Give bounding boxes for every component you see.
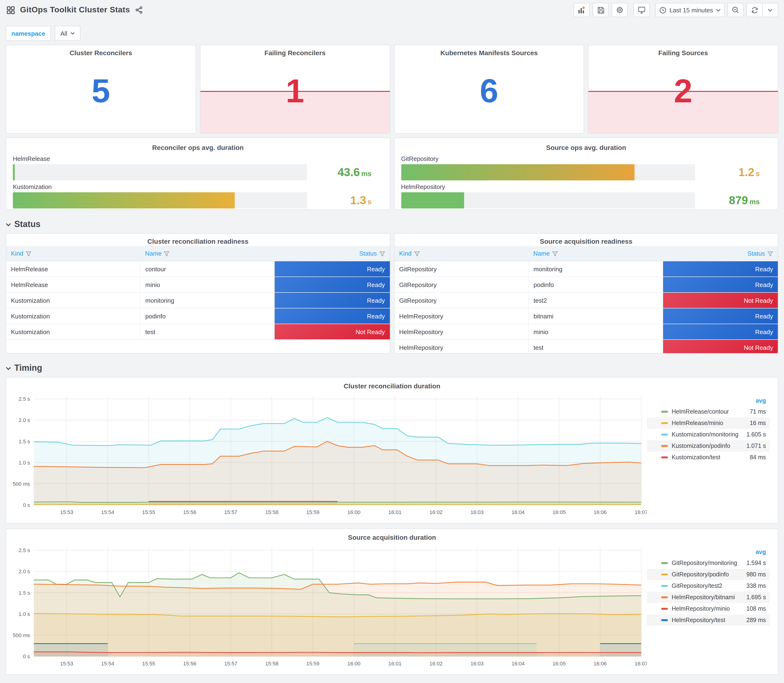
cell-kind: HelmRelease — [6, 277, 140, 292]
status-section-toggle[interactable]: Status — [0, 214, 784, 233]
cell-kind: GitRepository — [394, 277, 529, 292]
filter-icon[interactable] — [379, 251, 385, 257]
legend-series-marker — [661, 562, 668, 564]
namespace-variable-label[interactable]: namespace — [6, 26, 51, 41]
legend-series-marker — [661, 457, 668, 459]
cell-status: Ready — [274, 308, 390, 324]
svg-text:2.0 s: 2.0 s — [19, 569, 30, 574]
column-header-name[interactable]: Name — [529, 246, 663, 261]
status-section-title: Status — [14, 220, 40, 229]
gauge-row-label: GitRepository — [401, 155, 771, 162]
legend-item[interactable]: HelmRepository/bitnami1.695 s — [647, 592, 770, 603]
svg-text:15:53: 15:53 — [60, 509, 73, 515]
svg-text:15:58: 15:58 — [265, 661, 279, 667]
svg-text:15:59: 15:59 — [306, 509, 319, 515]
time-series-plot[interactable]: 15:5315:5415:5515:5615:5715:5815:5916:00… — [9, 542, 647, 670]
readiness-table: KindNameStatusGitRepositorymonitoringRea… — [394, 246, 778, 354]
refresh-interval-dropdown[interactable] — [762, 3, 778, 17]
legend-item[interactable]: HelmRepository/minio108 ms — [647, 603, 770, 614]
cell-name: test — [529, 340, 663, 354]
legend-series-avg: 1.594 s — [746, 560, 766, 566]
filter-icon[interactable] — [26, 251, 31, 257]
table-panel: Cluster reconciliation readinessKindName… — [6, 233, 390, 354]
dashboard-settings-button[interactable] — [612, 3, 628, 17]
svg-text:16:04: 16:04 — [511, 509, 524, 515]
save-dashboard-button[interactable] — [593, 3, 609, 17]
legend-avg-header[interactable]: avg — [647, 398, 770, 406]
filter-icon[interactable] — [767, 251, 773, 257]
timing-section-toggle[interactable]: Timing — [0, 358, 784, 377]
gauge-panel-title[interactable]: Reconciler ops avg. duration — [13, 140, 383, 152]
legend-item[interactable]: Kustomization/monitoring1.605 s — [647, 429, 770, 440]
time-series-plot[interactable]: 15:5315:5415:5515:5615:5715:5815:5916:00… — [9, 391, 647, 518]
table-row: Cluster reconciliation readinessKindName… — [0, 233, 784, 354]
gauge-value: 879ms — [695, 194, 771, 207]
readiness-table: KindNameStatusHelmReleasecontourReadyHel… — [6, 246, 390, 340]
table-row: HelmReleasecontourReady — [6, 261, 390, 277]
stat-panel-title[interactable]: Failing Reconcilers — [200, 45, 390, 58]
legend-series-marker — [661, 434, 668, 436]
status-badge: Ready — [663, 261, 778, 277]
table-row: GitRepositorypodinfoReady — [394, 277, 778, 292]
time-range-label: Last 15 minutes — [669, 6, 713, 14]
charts-container: Cluster reconciliation duration15:5315:5… — [0, 377, 784, 675]
legend-series-marker — [661, 596, 668, 598]
legend-item[interactable]: HelmRelease/minio16 ms — [647, 417, 770, 429]
legend-series-name: Kustomization/test — [672, 454, 750, 461]
legend-item[interactable]: GitRepository/test2338 ms — [647, 580, 770, 592]
legend-item[interactable]: Kustomization/podinfo1.071 s — [647, 440, 770, 452]
column-header-status[interactable]: Status — [663, 246, 778, 261]
add-panel-button[interactable] — [574, 3, 590, 17]
filter-icon[interactable] — [552, 251, 558, 257]
stat-value: 6 — [394, 74, 584, 107]
chart-panel-title[interactable]: Source acquisition duration — [9, 530, 775, 542]
svg-text:16:05: 16:05 — [553, 661, 566, 667]
cell-kind: GitRepository — [394, 292, 529, 308]
column-header-kind[interactable]: Kind — [394, 246, 529, 261]
column-header-kind[interactable]: Kind — [6, 246, 140, 261]
column-header-status[interactable]: Status — [274, 246, 390, 261]
legend-item[interactable]: HelmRelease/contour71 ms — [647, 406, 770, 417]
legend-item[interactable]: GitRepository/monitoring1.594 s — [647, 557, 770, 569]
namespace-variable-value[interactable]: All — [55, 26, 81, 41]
svg-text:16:03: 16:03 — [471, 661, 484, 667]
legend-item[interactable]: GitRepository/podinfo980 ms — [647, 569, 770, 580]
time-range-picker[interactable]: Last 15 minutes — [656, 3, 725, 17]
gauge-value: 1.3s — [307, 194, 383, 207]
stat-panel-title[interactable]: Failing Sources — [588, 45, 778, 58]
column-header-name[interactable]: Name — [140, 246, 275, 261]
stat-panel-title[interactable]: Cluster Reconcilers — [6, 45, 196, 58]
share-icon[interactable] — [134, 5, 144, 15]
gauge-panel-title[interactable]: Source ops avg. duration — [401, 140, 771, 152]
page-title: GitOps Toolkit Cluster Stats — [20, 5, 130, 15]
tv-mode-button[interactable] — [633, 3, 650, 17]
cell-name: minio — [140, 277, 275, 292]
cell-name: minio — [529, 324, 663, 340]
legend-series-marker — [661, 585, 668, 587]
filter-icon[interactable] — [164, 251, 170, 257]
table-panel-title[interactable]: Source acquisition readiness — [394, 234, 778, 246]
cell-status: Ready — [274, 261, 390, 277]
stat-panel-title[interactable]: Kubernetes Manifests Sources — [394, 45, 584, 58]
refresh-button[interactable] — [746, 3, 763, 17]
cell-kind: HelmRelease — [6, 261, 140, 277]
legend-item[interactable]: Kustomization/test84 ms — [647, 452, 770, 463]
filter-icon[interactable] — [414, 251, 420, 257]
svg-text:16:01: 16:01 — [388, 661, 401, 667]
chevron-down-icon — [6, 223, 11, 226]
svg-text:15:59: 15:59 — [306, 661, 319, 667]
chevron-down-icon — [768, 8, 773, 12]
table-panel-title[interactable]: Cluster reconciliation readiness — [6, 234, 390, 246]
legend-series-name: GitRepository/podinfo — [672, 571, 746, 578]
dashboards-grid-icon[interactable] — [6, 5, 16, 15]
refresh-button-group — [746, 3, 778, 17]
cell-status: Ready — [663, 324, 778, 340]
chart-panel-title[interactable]: Cluster reconciliation duration — [9, 378, 775, 391]
gauge-bar — [13, 192, 235, 208]
legend-item[interactable]: HelmRepository/test289 ms — [647, 614, 770, 626]
svg-text:15:57: 15:57 — [224, 509, 237, 515]
zoom-out-button[interactable] — [727, 3, 744, 17]
legend-avg-header[interactable]: avg — [647, 549, 770, 557]
cell-kind: HelmRepository — [394, 308, 529, 324]
gauge-row: 1.3s — [13, 192, 383, 208]
